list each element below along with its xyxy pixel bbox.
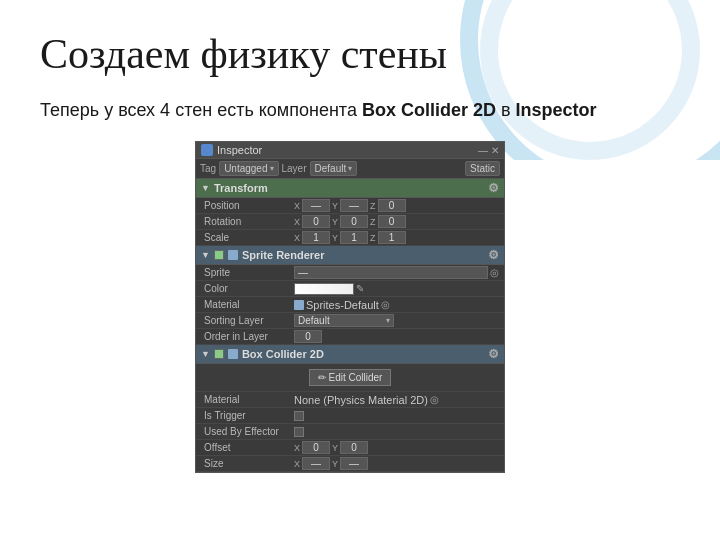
close-icon[interactable]: ✕: [491, 145, 499, 156]
used-by-effector-row: Used By Effector: [196, 424, 504, 440]
static-button[interactable]: Static: [465, 161, 500, 176]
inspector-icon: [201, 144, 213, 156]
main-content: Создаем физику стены Теперь у всех 4 сте…: [0, 0, 720, 493]
layer-value: Default: [315, 163, 347, 174]
transform-fold-icon: ▼: [201, 183, 210, 193]
sprite-renderer-label: Sprite Renderer: [242, 249, 325, 261]
sprite-value[interactable]: —: [294, 266, 488, 279]
bc-material-select-icon[interactable]: ◎: [430, 394, 439, 405]
pos-y-label: Y: [332, 201, 338, 211]
scale-x-label: X: [294, 233, 300, 243]
minus-icon[interactable]: —: [478, 145, 488, 156]
material-select-icon[interactable]: ◎: [381, 299, 390, 310]
tag-dropdown[interactable]: Untagged ▾: [219, 161, 278, 176]
edit-collider-button[interactable]: ✏ Edit Collider: [309, 369, 392, 386]
edit-collider-wrap: ✏ Edit Collider: [196, 364, 504, 392]
transform-gear-icon[interactable]: ⚙: [488, 181, 499, 195]
position-values: X — Y — Z 0: [294, 199, 499, 212]
color-edit-icon[interactable]: ✎: [356, 283, 364, 294]
pos-z-value[interactable]: 0: [378, 199, 406, 212]
scale-y-label: Y: [332, 233, 338, 243]
layer-dropdown[interactable]: Default ▾: [310, 161, 358, 176]
used-by-effector-checkbox[interactable]: [294, 427, 304, 437]
edit-collider-label: Edit Collider: [329, 372, 383, 383]
used-by-effector-label: Used By Effector: [204, 426, 294, 437]
slide-title: Создаем физику стены: [40, 30, 680, 78]
size-x-value[interactable]: —: [302, 457, 330, 470]
order-in-layer-label: Order in Layer: [204, 331, 294, 342]
sprite-renderer-checkbox[interactable]: [214, 250, 224, 260]
offset-row: Offset X 0 Y 0: [196, 440, 504, 456]
tag-row: Tag Untagged ▾ Layer Default ▾: [200, 161, 357, 176]
inspector-header-left: Inspector: [201, 144, 262, 156]
slide-text: Теперь у всех 4 стен есть компонента Box…: [40, 98, 680, 123]
scale-row: Scale X 1 Y 1 Z 1: [196, 230, 504, 246]
sprite-renderer-icon: [228, 250, 238, 260]
bc-material-value-group: None (Physics Material 2D) ◎: [294, 394, 499, 406]
offset-values: X 0 Y 0: [294, 441, 499, 454]
sprite-select-icon[interactable]: ◎: [490, 267, 499, 278]
sorting-layer-dropdown[interactable]: Default ▾: [294, 314, 394, 327]
scale-z-value[interactable]: 1: [378, 231, 406, 244]
edit-collider-icon: ✏: [318, 372, 326, 383]
offset-x-value[interactable]: 0: [302, 441, 330, 454]
scale-y-value[interactable]: 1: [340, 231, 368, 244]
rotation-label: Rotation: [204, 216, 294, 227]
sprite-row: Sprite — ◎: [196, 265, 504, 281]
scale-z-label: Z: [370, 233, 376, 243]
rot-z-value[interactable]: 0: [378, 215, 406, 228]
sprite-value-group: — ◎: [294, 266, 499, 279]
offset-y-value[interactable]: 0: [340, 441, 368, 454]
color-value-group: ✎: [294, 283, 499, 295]
rot-x-value[interactable]: 0: [302, 215, 330, 228]
is-trigger-label: Is Trigger: [204, 410, 294, 421]
slide-bold1: Box Collider 2D: [362, 100, 496, 120]
color-label: Color: [204, 283, 294, 294]
offset-label: Offset: [204, 442, 294, 453]
transform-header[interactable]: ▼ Transform ⚙: [196, 179, 504, 198]
tag-label: Tag: [200, 163, 216, 174]
position-row: Position X — Y — Z 0: [196, 198, 504, 214]
offset-x-label: X: [294, 443, 300, 453]
sprite-label: Sprite: [204, 267, 294, 278]
order-in-layer-value[interactable]: 0: [294, 330, 322, 343]
sorting-layer-value: Default: [298, 315, 330, 326]
scale-label: Scale: [204, 232, 294, 243]
box-collider-label: Box Collider 2D: [242, 348, 324, 360]
box-collider-gear-icon[interactable]: ⚙: [488, 347, 499, 361]
inspector-header: Inspector — ✕: [196, 142, 504, 159]
rot-x-label: X: [294, 217, 300, 227]
bc-material-value: None (Physics Material 2D): [294, 394, 428, 406]
color-swatch[interactable]: [294, 283, 354, 295]
is-trigger-row: Is Trigger: [196, 408, 504, 424]
size-label: Size: [204, 458, 294, 469]
inspector-title: Inspector: [217, 144, 262, 156]
material-icon: [294, 300, 304, 310]
offset-y-label: Y: [332, 443, 338, 453]
slide-text-part1: Теперь у всех 4 стен есть компонента: [40, 100, 362, 120]
tag-arrow-icon: ▾: [270, 164, 274, 173]
sprite-renderer-header[interactable]: ▼ Sprite Renderer ⚙: [196, 246, 504, 265]
rot-z-label: Z: [370, 217, 376, 227]
sprite-renderer-header-left: ▼ Sprite Renderer: [201, 249, 324, 261]
is-trigger-checkbox[interactable]: [294, 411, 304, 421]
layer-label: Layer: [282, 163, 307, 174]
pos-x-label: X: [294, 201, 300, 211]
rotation-row: Rotation X 0 Y 0 Z 0: [196, 214, 504, 230]
order-in-layer-value-group: 0: [294, 330, 499, 343]
sprite-renderer-gear-icon[interactable]: ⚙: [488, 248, 499, 262]
size-y-value[interactable]: —: [340, 457, 368, 470]
box-collider-header[interactable]: ▼ Box Collider 2D ⚙: [196, 345, 504, 364]
pos-y-value[interactable]: —: [340, 199, 368, 212]
order-in-layer-row: Order in Layer 0: [196, 329, 504, 345]
color-row: Color ✎: [196, 281, 504, 297]
box-collider-checkbox[interactable]: [214, 349, 224, 359]
rot-y-value[interactable]: 0: [340, 215, 368, 228]
tag-layer-bar: Tag Untagged ▾ Layer Default ▾ Static: [196, 159, 504, 179]
pos-x-value[interactable]: —: [302, 199, 330, 212]
scale-x-value[interactable]: 1: [302, 231, 330, 244]
position-label: Position: [204, 200, 294, 211]
inspector-header-controls: — ✕: [478, 145, 499, 156]
material-row: Material Sprites-Default ◎: [196, 297, 504, 313]
material-value: Sprites-Default: [306, 299, 379, 311]
